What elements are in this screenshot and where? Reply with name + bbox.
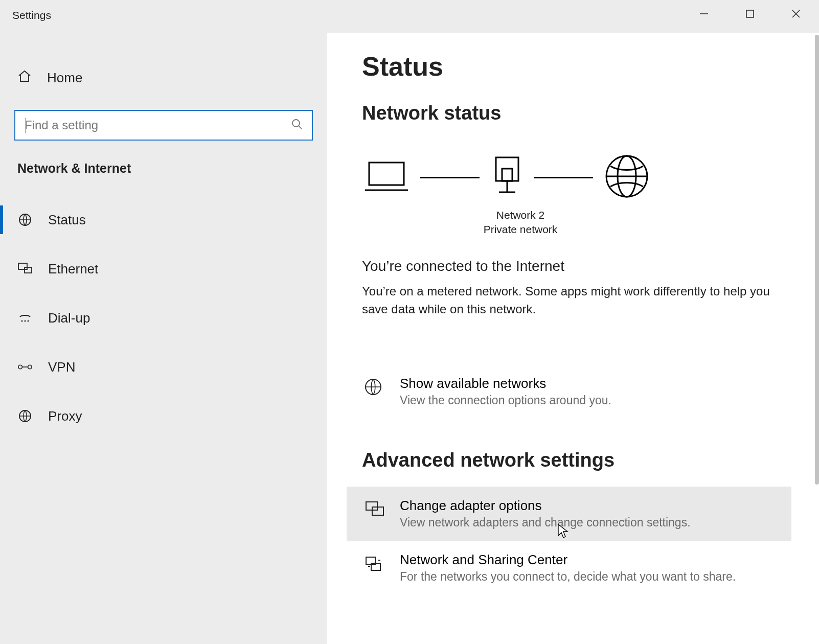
change-adapter-options[interactable]: Change adapter options View network adap… [347, 487, 791, 541]
connection-status-body: You’re on a metered network. Some apps m… [362, 283, 786, 318]
section-heading-network-status: Network status [362, 102, 794, 124]
proxy-icon [17, 408, 33, 424]
sidebar-nav: Status Ethernet Dial-up [0, 195, 327, 441]
sidebar-item-dialup[interactable]: Dial-up [0, 293, 327, 342]
text-caret [26, 118, 26, 133]
network-sharing-center[interactable]: Network and Sharing Center For the netwo… [362, 541, 794, 595]
option-title: Change adapter options [400, 498, 691, 514]
home-label: Home [47, 70, 82, 86]
svg-point-12 [18, 365, 22, 369]
connection-status-heading: You’re connected to the Internet [362, 258, 794, 274]
home-icon [17, 70, 32, 86]
svg-rect-16 [369, 163, 404, 185]
globe-small-icon [364, 378, 382, 398]
close-icon [791, 9, 801, 19]
status-icon [17, 212, 33, 227]
svg-point-4 [292, 120, 300, 127]
close-button[interactable] [773, 0, 819, 28]
window-title: Settings [12, 9, 51, 21]
svg-point-11 [28, 320, 29, 322]
dialup-icon [17, 310, 33, 326]
main-content: Status Network status Network 2 Private … [327, 33, 819, 644]
router-icon [489, 153, 525, 201]
svg-line-5 [299, 126, 302, 129]
svg-rect-8 [25, 267, 32, 273]
svg-point-10 [25, 320, 26, 322]
sidebar-item-label: VPN [48, 359, 75, 375]
option-subtitle: View the connection options around you. [400, 394, 611, 407]
option-subtitle: View network adapters and change connect… [400, 516, 691, 530]
search-icon [291, 119, 305, 132]
page-title: Status [362, 51, 794, 82]
sidebar-item-label: Proxy [48, 408, 82, 424]
svg-point-14 [28, 365, 32, 369]
connection-diagram [362, 152, 794, 203]
network-name: Network 2 [362, 209, 679, 221]
sidebar-section-label: Network & Internet [0, 161, 327, 176]
maximize-icon [745, 9, 755, 18]
sidebar-item-status[interactable]: Status [0, 195, 327, 244]
sidebar-home[interactable]: Home [0, 63, 327, 93]
sidebar-item-ethernet[interactable]: Ethernet [0, 244, 327, 293]
section-heading-advanced: Advanced network settings [362, 449, 794, 471]
sidebar-item-label: Status [48, 212, 86, 228]
diagram-connector [534, 177, 593, 178]
maximize-button[interactable] [727, 0, 773, 28]
globe-icon [602, 152, 651, 203]
show-available-networks[interactable]: Show available networks View the connect… [362, 364, 794, 419]
sidebar-item-proxy[interactable]: Proxy [0, 392, 327, 441]
svg-point-9 [21, 320, 23, 322]
sidebar-item-vpn[interactable]: VPN [0, 342, 327, 392]
svg-rect-19 [502, 169, 512, 181]
diagram-labels: Network 2 Private network [362, 209, 679, 236]
option-subtitle: For the networks you connect to, decide … [400, 570, 736, 584]
minimize-button[interactable] [681, 0, 727, 28]
sharing-icon [364, 554, 382, 574]
search-input[interactable] [25, 118, 291, 132]
ethernet-icon [17, 261, 33, 277]
option-title: Show available networks [400, 376, 611, 392]
sidebar-item-label: Dial-up [48, 310, 90, 326]
scrollbar[interactable] [815, 35, 819, 485]
vpn-icon [17, 359, 33, 375]
diagram-connector [420, 177, 480, 178]
titlebar: Settings [0, 0, 819, 33]
svg-rect-1 [746, 10, 754, 17]
network-type: Private network [362, 223, 679, 236]
option-title: Network and Sharing Center [400, 552, 736, 568]
sidebar-item-label: Ethernet [48, 261, 98, 277]
minimize-icon [699, 9, 709, 18]
sidebar: Home Network & Internet Status [0, 33, 327, 644]
computer-icon [362, 156, 411, 198]
search-box[interactable] [14, 110, 313, 141]
adapter-icon [364, 500, 382, 520]
svg-rect-7 [18, 263, 27, 269]
